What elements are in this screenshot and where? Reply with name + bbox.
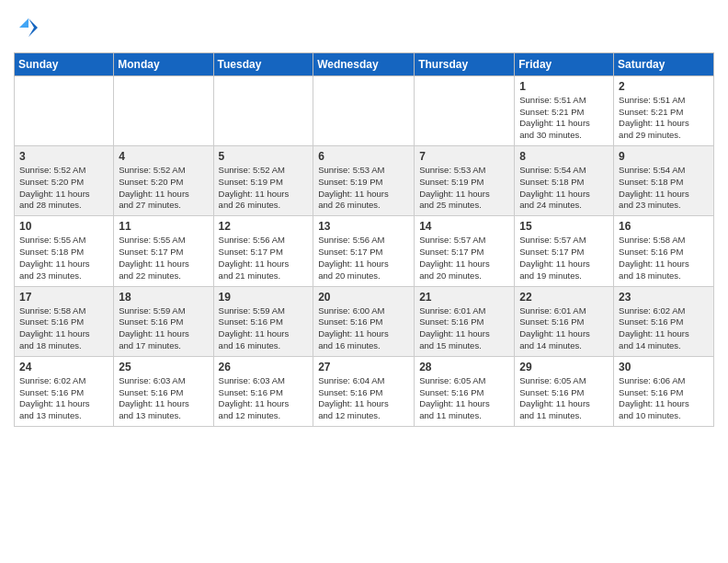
day-number: 13	[318, 220, 409, 233]
logo	[14, 15, 41, 45]
calendar-cell: 17Sunrise: 5:58 AM Sunset: 5:16 PM Dayli…	[15, 286, 114, 356]
day-number: 28	[419, 361, 509, 373]
calendar-cell: 2Sunrise: 5:51 AM Sunset: 5:21 PM Daylig…	[614, 75, 714, 145]
day-number: 18	[119, 291, 208, 304]
day-number: 11	[119, 220, 208, 233]
day-info: Sunrise: 5:52 AM Sunset: 5:20 PM Dayligh…	[119, 165, 208, 212]
day-info: Sunrise: 6:03 AM Sunset: 5:16 PM Dayligh…	[119, 375, 208, 422]
calendar-cell: 10Sunrise: 5:55 AM Sunset: 5:18 PM Dayli…	[15, 216, 114, 286]
day-info: Sunrise: 5:55 AM Sunset: 5:17 PM Dayligh…	[119, 235, 208, 282]
day-info: Sunrise: 6:02 AM Sunset: 5:16 PM Dayligh…	[19, 375, 108, 422]
calendar-cell: 8Sunrise: 5:54 AM Sunset: 5:18 PM Daylig…	[515, 146, 614, 216]
day-number: 25	[119, 361, 208, 373]
day-number: 4	[119, 150, 208, 163]
day-info: Sunrise: 6:05 AM Sunset: 5:16 PM Dayligh…	[419, 375, 509, 422]
day-number: 7	[419, 150, 509, 163]
calendar-cell: 28Sunrise: 6:05 AM Sunset: 5:16 PM Dayli…	[415, 356, 515, 426]
calendar-cell: 1Sunrise: 5:51 AM Sunset: 5:21 PM Daylig…	[515, 75, 614, 145]
day-number: 21	[419, 291, 509, 304]
day-number: 8	[519, 150, 609, 163]
calendar-cell: 6Sunrise: 5:53 AM Sunset: 5:19 PM Daylig…	[313, 146, 415, 216]
calendar-cell: 14Sunrise: 5:57 AM Sunset: 5:17 PM Dayli…	[415, 216, 515, 286]
calendar-cell: 11Sunrise: 5:55 AM Sunset: 5:17 PM Dayli…	[114, 216, 213, 286]
page-header	[14, 9, 714, 45]
calendar-cell: 25Sunrise: 6:03 AM Sunset: 5:16 PM Dayli…	[114, 356, 213, 426]
calendar-cell: 4Sunrise: 5:52 AM Sunset: 5:20 PM Daylig…	[114, 146, 213, 216]
day-number: 16	[619, 220, 709, 233]
day-info: Sunrise: 5:56 AM Sunset: 5:17 PM Dayligh…	[318, 235, 409, 282]
day-info: Sunrise: 5:57 AM Sunset: 5:17 PM Dayligh…	[519, 235, 609, 282]
day-number: 15	[519, 220, 609, 233]
calendar-cell: 29Sunrise: 6:05 AM Sunset: 5:16 PM Dayli…	[515, 356, 614, 426]
svg-marker-0	[28, 18, 38, 37]
day-number: 30	[619, 361, 709, 373]
day-info: Sunrise: 5:53 AM Sunset: 5:19 PM Dayligh…	[419, 165, 509, 212]
calendar-cell: 20Sunrise: 6:00 AM Sunset: 5:16 PM Dayli…	[313, 286, 415, 356]
day-number: 5	[219, 150, 309, 163]
day-number: 6	[318, 150, 409, 163]
calendar-cell: 19Sunrise: 5:59 AM Sunset: 5:16 PM Dayli…	[213, 286, 313, 356]
day-info: Sunrise: 5:57 AM Sunset: 5:17 PM Dayligh…	[419, 235, 509, 282]
calendar-cell: 27Sunrise: 6:04 AM Sunset: 5:16 PM Dayli…	[313, 356, 415, 426]
day-number: 19	[219, 291, 309, 304]
calendar-cell: 7Sunrise: 5:53 AM Sunset: 5:19 PM Daylig…	[415, 146, 515, 216]
calendar-cell: 23Sunrise: 6:02 AM Sunset: 5:16 PM Dayli…	[614, 286, 714, 356]
calendar-cell: 18Sunrise: 5:59 AM Sunset: 5:16 PM Dayli…	[114, 286, 213, 356]
calendar-table: SundayMondayTuesdayWednesdayThursdayFrid…	[14, 52, 714, 427]
day-number: 20	[318, 291, 409, 304]
day-info: Sunrise: 5:55 AM Sunset: 5:18 PM Dayligh…	[19, 235, 108, 282]
day-info: Sunrise: 6:05 AM Sunset: 5:16 PM Dayligh…	[519, 375, 609, 422]
day-number: 9	[619, 150, 709, 163]
weekday-header-wednesday: Wednesday	[313, 52, 415, 75]
day-info: Sunrise: 6:01 AM Sunset: 5:16 PM Dayligh…	[519, 305, 609, 352]
weekday-header-row: SundayMondayTuesdayWednesdayThursdayFrid…	[15, 52, 714, 75]
day-info: Sunrise: 6:06 AM Sunset: 5:16 PM Dayligh…	[619, 375, 709, 422]
weekday-header-saturday: Saturday	[614, 52, 714, 75]
day-number: 10	[19, 220, 108, 233]
day-info: Sunrise: 5:56 AM Sunset: 5:17 PM Dayligh…	[219, 235, 309, 282]
day-number: 2	[619, 80, 709, 93]
weekday-header-monday: Monday	[114, 52, 213, 75]
calendar-cell: 24Sunrise: 6:02 AM Sunset: 5:16 PM Dayli…	[15, 356, 114, 426]
day-info: Sunrise: 5:58 AM Sunset: 5:16 PM Dayligh…	[19, 305, 108, 352]
calendar-cell: 3Sunrise: 5:52 AM Sunset: 5:20 PM Daylig…	[15, 146, 114, 216]
day-info: Sunrise: 5:53 AM Sunset: 5:19 PM Dayligh…	[318, 165, 409, 212]
day-info: Sunrise: 5:52 AM Sunset: 5:20 PM Dayligh…	[19, 165, 108, 212]
calendar-cell	[313, 75, 415, 145]
weekday-header-friday: Friday	[515, 52, 614, 75]
day-info: Sunrise: 6:02 AM Sunset: 5:16 PM Dayligh…	[619, 305, 709, 352]
day-info: Sunrise: 5:59 AM Sunset: 5:16 PM Dayligh…	[219, 305, 309, 352]
svg-marker-1	[19, 18, 28, 28]
weekday-header-thursday: Thursday	[415, 52, 515, 75]
day-number: 12	[219, 220, 309, 233]
day-info: Sunrise: 6:01 AM Sunset: 5:16 PM Dayligh…	[419, 305, 509, 352]
day-info: Sunrise: 5:54 AM Sunset: 5:18 PM Dayligh…	[619, 165, 709, 212]
calendar-week-row: 24Sunrise: 6:02 AM Sunset: 5:16 PM Dayli…	[15, 356, 714, 426]
day-info: Sunrise: 6:04 AM Sunset: 5:16 PM Dayligh…	[318, 375, 409, 422]
day-number: 14	[419, 220, 509, 233]
day-number: 26	[219, 361, 309, 373]
day-info: Sunrise: 6:03 AM Sunset: 5:16 PM Dayligh…	[219, 375, 309, 422]
calendar-week-row: 3Sunrise: 5:52 AM Sunset: 5:20 PM Daylig…	[15, 146, 714, 216]
calendar-cell	[15, 75, 114, 145]
day-number: 27	[318, 361, 409, 373]
day-number: 3	[19, 150, 108, 163]
day-info: Sunrise: 5:54 AM Sunset: 5:18 PM Dayligh…	[519, 165, 609, 212]
weekday-header-sunday: Sunday	[15, 52, 114, 75]
calendar-cell: 9Sunrise: 5:54 AM Sunset: 5:18 PM Daylig…	[614, 146, 714, 216]
calendar-week-row: 17Sunrise: 5:58 AM Sunset: 5:16 PM Dayli…	[15, 286, 714, 356]
day-number: 1	[519, 80, 609, 93]
day-number: 29	[519, 361, 609, 373]
calendar-cell	[213, 75, 313, 145]
day-info: Sunrise: 6:00 AM Sunset: 5:16 PM Dayligh…	[318, 305, 409, 352]
calendar-week-row: 1Sunrise: 5:51 AM Sunset: 5:21 PM Daylig…	[15, 75, 714, 145]
day-info: Sunrise: 5:59 AM Sunset: 5:16 PM Dayligh…	[119, 305, 208, 352]
calendar-cell: 21Sunrise: 6:01 AM Sunset: 5:16 PM Dayli…	[415, 286, 515, 356]
day-number: 17	[19, 291, 108, 304]
day-info: Sunrise: 5:51 AM Sunset: 5:21 PM Dayligh…	[519, 95, 609, 142]
calendar-cell: 22Sunrise: 6:01 AM Sunset: 5:16 PM Dayli…	[515, 286, 614, 356]
calendar-cell: 16Sunrise: 5:58 AM Sunset: 5:16 PM Dayli…	[614, 216, 714, 286]
calendar-cell: 12Sunrise: 5:56 AM Sunset: 5:17 PM Dayli…	[213, 216, 313, 286]
calendar-cell: 26Sunrise: 6:03 AM Sunset: 5:16 PM Dayli…	[213, 356, 313, 426]
day-info: Sunrise: 5:58 AM Sunset: 5:16 PM Dayligh…	[619, 235, 709, 282]
